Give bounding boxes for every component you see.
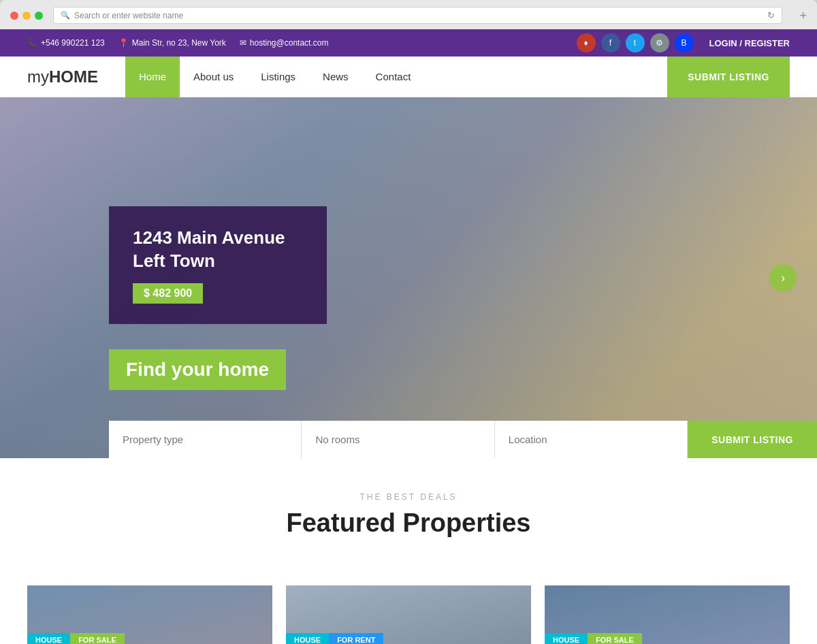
badge-house-1: HOUSE	[27, 633, 70, 644]
property-card-image-3: HOUSE FOR SALE	[545, 585, 790, 644]
window-controls	[10, 12, 43, 20]
phone-icon: 📞	[27, 38, 37, 48]
badge-sale-3: FOR SALE	[588, 633, 642, 644]
submit-listing-nav-button[interactable]: SUBMIT LISTING	[667, 57, 790, 97]
email-contact: ✉ hosting@contact.com	[240, 38, 329, 48]
hero-next-arrow[interactable]: ›	[769, 264, 797, 291]
property-card-3[interactable]: HOUSE FOR SALE	[545, 585, 790, 644]
minimize-button[interactable]	[22, 12, 31, 20]
logo-my: my	[27, 67, 49, 86]
address-bar[interactable]: 🔍 Search or enter website name ↻	[53, 7, 782, 24]
property-badges-2: HOUSE FOR RENT	[286, 633, 383, 644]
property-card-1[interactable]: HOUSE FOR SALE	[27, 585, 272, 644]
property-badges-1: HOUSE FOR SALE	[27, 633, 125, 644]
email-icon: ✉	[240, 38, 246, 48]
phone-number: +546 990221 123	[41, 38, 105, 48]
refresh-icon[interactable]: ↻	[767, 10, 775, 20]
search-bar: SUBMIT LISTING	[109, 421, 817, 458]
pinterest-button[interactable]: ♦	[577, 33, 596, 52]
nav-contact[interactable]: Contact	[362, 57, 425, 97]
login-register-button[interactable]: LOGIN / REGISTER	[709, 38, 790, 48]
badge-house-2: HOUSE	[286, 633, 329, 644]
no-rooms-input[interactable]	[302, 421, 494, 458]
logo-home: HOME	[49, 67, 98, 86]
search-icon: 🔍	[61, 11, 70, 20]
property-badges-3: HOUSE FOR SALE	[545, 633, 642, 644]
property-card-image-2: HOUSE FOR RENT	[286, 585, 531, 644]
nav-links: Home About us Listings News Contact	[125, 57, 424, 97]
phone-contact: 📞 +546 990221 123	[27, 38, 105, 48]
email-text: hosting@contact.com	[250, 38, 329, 48]
nav-listings[interactable]: Listings	[247, 57, 309, 97]
browser-titlebar: 🔍 Search or enter website name ↻ +	[0, 7, 817, 29]
behance-button[interactable]: B	[675, 33, 694, 52]
property-title: 1243 Main Avenue Left Town	[133, 227, 303, 273]
featured-subtitle: THE BEST DEALS	[27, 492, 790, 502]
find-home-banner: Find your home	[109, 349, 286, 390]
location-icon: 📍	[118, 38, 129, 48]
new-tab-button[interactable]: +	[799, 10, 807, 22]
hero-section: 1243 Main Avenue Left Town $ 482 900 Fin…	[0, 97, 817, 458]
topbar-right: ♦ f t ⚙ B LOGIN / REGISTER	[577, 33, 790, 52]
maximize-button[interactable]	[35, 12, 43, 20]
nav-news[interactable]: News	[309, 57, 362, 97]
twitter-button[interactable]: t	[626, 33, 645, 52]
property-card-image-1: HOUSE FOR SALE	[27, 585, 272, 644]
facebook-button[interactable]: f	[601, 33, 620, 52]
featured-title: Featured Properties	[27, 509, 790, 538]
badge-rent-2: FOR RENT	[329, 633, 383, 644]
address-contact: 📍 Main Str, no 23, New York	[118, 38, 226, 48]
property-card: 1243 Main Avenue Left Town $ 482 900	[109, 206, 327, 324]
address-placeholder: Search or enter website name	[74, 11, 183, 20]
address-text: Main Str, no 23, New York	[132, 38, 226, 48]
property-type-input[interactable]	[109, 421, 302, 458]
property-price: $ 482 900	[133, 283, 203, 304]
search-submit-button[interactable]: SUBMIT LISTING	[688, 421, 817, 458]
logo[interactable]: myHOME	[27, 67, 98, 86]
website-content: 📞 +546 990221 123 📍 Main Str, no 23, New…	[0, 29, 817, 644]
settings-button[interactable]: ⚙	[650, 33, 669, 52]
location-input[interactable]	[495, 421, 688, 458]
browser-window: 🔍 Search or enter website name ↻ + 📞 +54…	[0, 0, 817, 644]
navbar: myHOME Home About us Listings News Conta…	[0, 57, 817, 97]
close-button[interactable]	[10, 12, 18, 20]
property-cards-row: HOUSE FOR SALE HOUSE FOR RENT HOUSE	[0, 585, 817, 644]
nav-about[interactable]: About us	[180, 57, 247, 97]
featured-section: THE BEST DEALS Featured Properties	[0, 458, 817, 585]
topbar-left: 📞 +546 990221 123 📍 Main Str, no 23, New…	[27, 38, 328, 48]
badge-house-3: HOUSE	[545, 633, 588, 644]
badge-sale-1: FOR SALE	[70, 633, 125, 644]
property-card-2[interactable]: HOUSE FOR RENT	[286, 585, 531, 644]
topbar: 📞 +546 990221 123 📍 Main Str, no 23, New…	[0, 29, 817, 57]
nav-home[interactable]: Home	[125, 57, 180, 97]
